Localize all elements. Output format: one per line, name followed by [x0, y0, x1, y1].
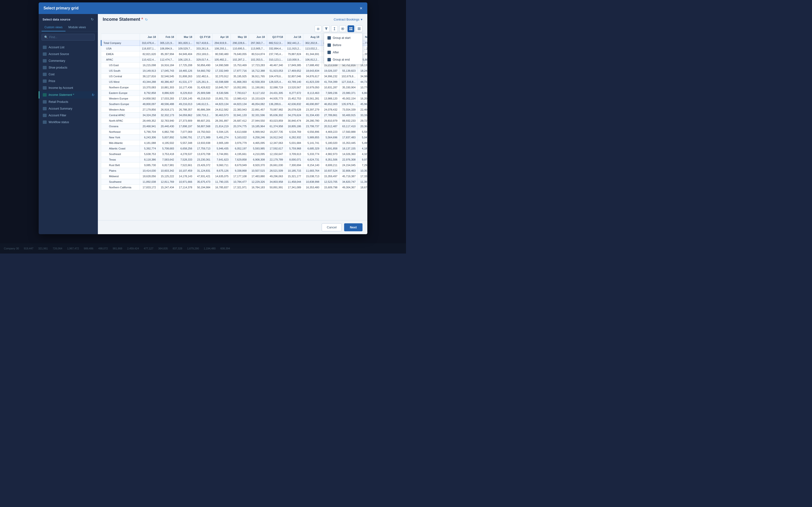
row-value: 49,304,367 [340, 185, 358, 190]
row-value: 49,218,010 [194, 96, 212, 101]
table-row[interactable]: Mid-Atlantic4,181,0884,195,5025,557,3481… [101, 140, 367, 146]
sidebar-item-commentary[interactable]: Commentary [39, 57, 98, 64]
sidebar-item-account-summary[interactable]: Account Summary [39, 105, 98, 112]
row-value: 83,023,859 [267, 118, 285, 124]
row-value: 10,351,128 [358, 168, 367, 174]
sidebar-item-label: Income by Account [49, 86, 94, 90]
col-header-mar18[interactable]: Mar 18 [176, 34, 194, 40]
row-value: 17,326,145 [176, 96, 194, 101]
row-value: 26,918,171 [158, 107, 176, 113]
table-row[interactable]: Western Europe14,858,58217,033,28317,326… [101, 96, 367, 101]
tab-custom-views[interactable]: Custom views [42, 24, 65, 32]
toolbar-btn-list[interactable] [356, 25, 362, 32]
table-row[interactable]: Plains10,414,03010,603,34210,107,45931,1… [101, 168, 367, 174]
close-button[interactable]: × [360, 6, 362, 11]
sidebar-item-shoe-products[interactable]: Shoe products [39, 64, 98, 71]
dropdown-item-before[interactable]: Before [324, 42, 362, 49]
table-row[interactable]: Northeast5,790,7046,882,7907,077,06919,7… [101, 129, 367, 135]
sidebar-item-account-list[interactable]: Account List [39, 44, 98, 51]
row-value: 17,592,617 [267, 146, 285, 151]
toolbar-btn-sort[interactable] [331, 25, 338, 32]
row-value: 6,882,790 [158, 129, 176, 135]
toolbar-btn-view[interactable] [339, 25, 346, 32]
table-row[interactable]: Central APAC34,324,25832,332,17334,059,8… [101, 113, 367, 118]
row-value: 5,837,892 [158, 135, 176, 140]
row-value: 5,047,334 [358, 135, 367, 140]
row-value: 32,806,463 [340, 168, 358, 174]
dropdown-item-group-start[interactable]: Group at start [324, 34, 362, 42]
toolbar-btn-export[interactable]: ⊞ [315, 25, 321, 32]
row-value: 5,691,858 [321, 146, 340, 151]
col-header-jun18[interactable]: Jun 18 [249, 34, 267, 40]
table-row[interactable]: US South19,149,91317,045,74318,465,12654… [101, 68, 367, 74]
sidebar-item-cost[interactable]: Cost [39, 71, 98, 78]
modal: Select primary grid × Select data source… [39, 2, 367, 234]
row-value: 8,351,506 [321, 157, 340, 163]
col-header-aug18[interactable]: Aug 18 [303, 34, 321, 40]
table-row[interactable]: Southwest11,892,03812,811,76910,971,6663… [101, 179, 367, 185]
row-value: 7,300,694 [285, 163, 303, 168]
toolbar-btn-grid[interactable] [348, 25, 354, 32]
table-row[interactable]: Northern Europe10,370,08310,881,30310,17… [101, 85, 367, 90]
group-start-icon [327, 36, 331, 40]
col-header-q2fy18[interactable]: Q2 FY18 [267, 34, 285, 40]
row-value: 917,418,6... [194, 40, 212, 46]
contract-dropdown[interactable]: Contract Bookings ▾ [334, 18, 362, 21]
row-value: 8,277,672 [285, 90, 303, 96]
row-value: 9,973,085 [358, 157, 367, 163]
search-input[interactable] [49, 36, 92, 39]
sidebar-item-account-filter[interactable]: Account Filter [39, 112, 98, 119]
table-row[interactable]: New York6,243,3065,837,8925,090,79117,17… [101, 135, 367, 140]
table-row[interactable]: Northern California17,833,17215,247,4341… [101, 185, 367, 190]
row-value: 11,683,764 [303, 168, 321, 174]
sidebar-item-income-statement[interactable]: Income Statement * ↻ [39, 91, 98, 99]
col-header-jan18[interactable]: Jan 18 [140, 34, 158, 40]
col-header-may18[interactable]: May 18 [231, 34, 249, 40]
table-row[interactable]: Oceana20,468,94120,440,43017,898,19758,8… [101, 124, 367, 129]
row-value: 17,833,172 [140, 185, 158, 190]
col-header-q1fy18[interactable]: Q1 FY18 [194, 34, 212, 40]
title-refresh-icon[interactable]: ↻ [145, 18, 148, 21]
table-row[interactable]: Southeast5,638,7533,753,4184,278,53713,6… [101, 151, 367, 157]
table-row[interactable]: Atlantic Coast5,392,7745,708,6836,658,25… [101, 146, 367, 151]
col-header-apr18[interactable]: Apr 18 [212, 34, 231, 40]
row-value: 5,638,753 [140, 151, 158, 157]
row-value: 48,467,340 [267, 62, 285, 68]
nav-list: Account List Account Source Commentary S… [39, 43, 98, 234]
svg-rect-5 [351, 29, 352, 30]
sidebar-item-income-by-account[interactable]: Income by Account [39, 84, 98, 91]
row-value: 26,078,628 [285, 107, 303, 113]
table-row[interactable]: US Central38,127,81632,546,54531,808,263… [101, 74, 367, 79]
toolbar-btn-filter[interactable] [323, 25, 329, 32]
next-button[interactable]: Next [344, 223, 362, 231]
table-row[interactable]: North APAC28,449,35232,783,94027,373,909… [101, 118, 367, 124]
table-row[interactable]: Texas8,118,3867,583,6427,528,33323,230,3… [101, 157, 367, 163]
row-value: 102,287,2... [231, 57, 249, 62]
table-row[interactable]: Eastern Europe8,792,8588,886,9208,229,81… [101, 90, 367, 96]
col-header-jul18[interactable]: Jul 18 [285, 34, 303, 40]
table-row[interactable]: Southern Europe48,800,09748,596,48849,21… [101, 101, 367, 107]
sidebar-item-account-source[interactable]: Account Source [39, 51, 98, 57]
dropdown-item-group-end[interactable]: Group at end [324, 56, 362, 63]
row-value: 17,335,781 [358, 174, 367, 179]
col-header-feb18[interactable]: Feb 18 [158, 34, 176, 40]
row-value: 24,812,582 [212, 107, 231, 113]
row-value: 5,180,020 [321, 140, 340, 146]
tab-module-views[interactable]: Module views [65, 24, 89, 32]
row-value: 237,745,4... [267, 51, 285, 57]
sidebar-item-retail-products[interactable]: Retail Products [39, 99, 98, 105]
row-value: 22,460,872 [358, 107, 367, 113]
refresh-icon[interactable]: ↻ [91, 17, 94, 21]
table-row[interactable]: US West43,344,28840,386,46741,531,177125… [101, 79, 367, 85]
cancel-button[interactable]: Cancel [322, 223, 342, 231]
table-row[interactable]: Midwest18,628,05615,125,22214,178,14347,… [101, 174, 367, 179]
row-value: 49,296,063 [267, 174, 285, 179]
table-row[interactable]: Western Asia27,179,85626,918,17126,788,3… [101, 107, 367, 113]
table-row[interactable]: Rust Belt9,085,7306,817,9817,522,66123,4… [101, 163, 367, 168]
row-value: 329,017,4... [194, 57, 212, 62]
sidebar-item-workflow-status[interactable]: Workflow status [39, 119, 98, 125]
sidebar-item-price[interactable]: Price [39, 78, 98, 84]
row-value: 43,789,140 [285, 79, 303, 85]
dropdown-item-after[interactable]: After [324, 49, 362, 56]
row-value: 28,280,780 [303, 118, 321, 124]
